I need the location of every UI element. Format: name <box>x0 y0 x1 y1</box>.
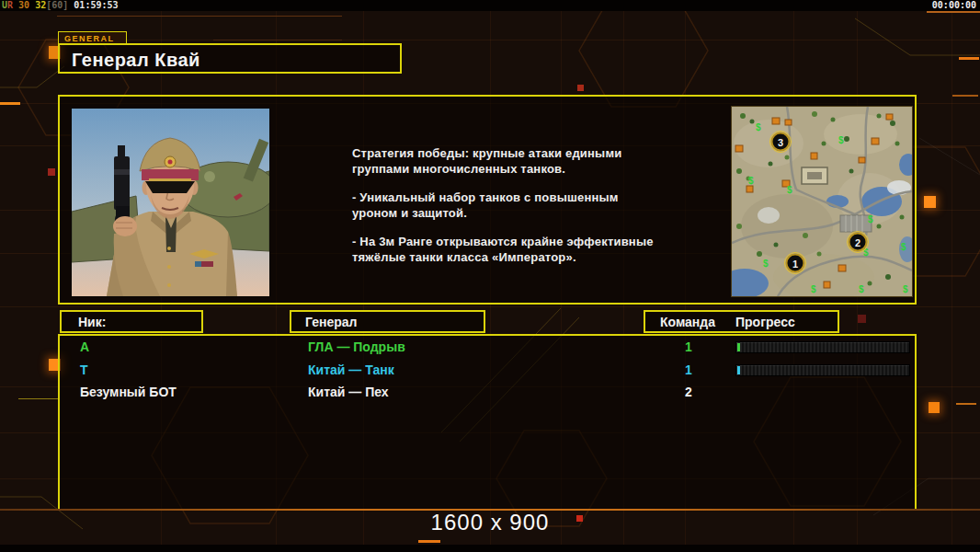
player-team: 1 <box>678 362 700 377</box>
progress-header-label: Прогресс <box>735 315 795 329</box>
progress-bar <box>735 341 910 353</box>
nick-header-label: Ник: <box>78 315 106 329</box>
svg-text:1: 1 <box>792 259 798 270</box>
svg-text:$: $ <box>838 135 844 145</box>
player-team: 1 <box>678 339 700 354</box>
minimap-start-marker-2: 2 <box>848 232 869 253</box>
svg-text:$: $ <box>787 185 792 195</box>
general-portrait <box>71 108 270 297</box>
strategy-paragraph-2: - Уникальный набор танков с повышенным у… <box>352 190 660 221</box>
player-nick: T <box>80 362 88 377</box>
minimap: $$$ $$$ $$$ $$ 3 2 1 <box>731 106 913 297</box>
svg-text:$: $ <box>868 214 873 224</box>
general-header-label: Генерал <box>305 315 358 329</box>
fps-average: 32 <box>35 0 46 10</box>
column-header-team-progress: Команда Прогресс <box>644 310 839 333</box>
general-tab: GENERAL <box>58 31 127 44</box>
svg-text:$: $ <box>748 176 754 186</box>
player-general: ГЛА — Подрыв <box>308 339 405 354</box>
player-nick: Безумный БОТ <box>80 385 177 399</box>
player-team: 2 <box>678 385 700 399</box>
column-header-general: Генерал <box>290 310 485 333</box>
svg-text:2: 2 <box>855 237 860 248</box>
match-timer: 00:00:00 <box>932 0 976 10</box>
svg-text:$: $ <box>811 284 816 294</box>
player-general: Китай — Пех <box>308 385 389 399</box>
svg-text:$: $ <box>901 242 906 252</box>
column-header-nick: Ник: <box>60 310 203 333</box>
svg-text:$: $ <box>763 259 769 269</box>
progress-fill <box>737 366 740 374</box>
fps-cap: [60] <box>46 0 68 10</box>
strategy-paragraph-3: - На 3м Ранге открываются крайне эффекти… <box>352 234 660 265</box>
fps-current: 30 <box>18 0 29 10</box>
team-header-label: Команда <box>660 315 715 329</box>
svg-text:3: 3 <box>778 137 783 148</box>
player-row: Безумный БОТ Китай — Пех 2 <box>60 385 915 407</box>
strategy-description: Стратегия победы: крупные атаки едиными … <box>352 145 660 278</box>
progress-bar <box>735 364 910 376</box>
page-title: Генерал Квай <box>72 50 200 71</box>
player-row: T Китай — Танк 1 <box>60 362 915 385</box>
player-general: Китай — Танк <box>308 362 394 377</box>
player-row: A ГЛА — Подрыв 1 <box>60 339 915 362</box>
minimap-start-marker-1: 1 <box>785 253 806 274</box>
loading-screen: UR 30 32[60] 01:59:53 00:00:00 GENERAL Г… <box>0 0 980 552</box>
bottom-black-bar <box>0 545 980 552</box>
svg-text:$: $ <box>859 284 864 294</box>
svg-text:$: $ <box>903 284 908 294</box>
minimap-start-marker-3: 3 <box>770 132 792 153</box>
fps-clock-overlay: UR 30 32[60] 01:59:53 <box>2 0 119 10</box>
player-table: A ГЛА — Подрыв 1 T Китай — Танк 1 Безумн… <box>58 334 917 511</box>
progress-fill <box>737 343 740 351</box>
svg-text:$: $ <box>756 122 761 132</box>
strategy-paragraph-1: Стратегия победы: крупные атаки едиными … <box>352 145 660 177</box>
resolution-label: 1600 x 900 <box>0 510 980 535</box>
player-nick: A <box>80 339 89 354</box>
title-box: Генерал Квай <box>58 43 402 74</box>
top-black-bar <box>0 0 980 11</box>
clock-time: 01:59:53 <box>74 0 118 10</box>
